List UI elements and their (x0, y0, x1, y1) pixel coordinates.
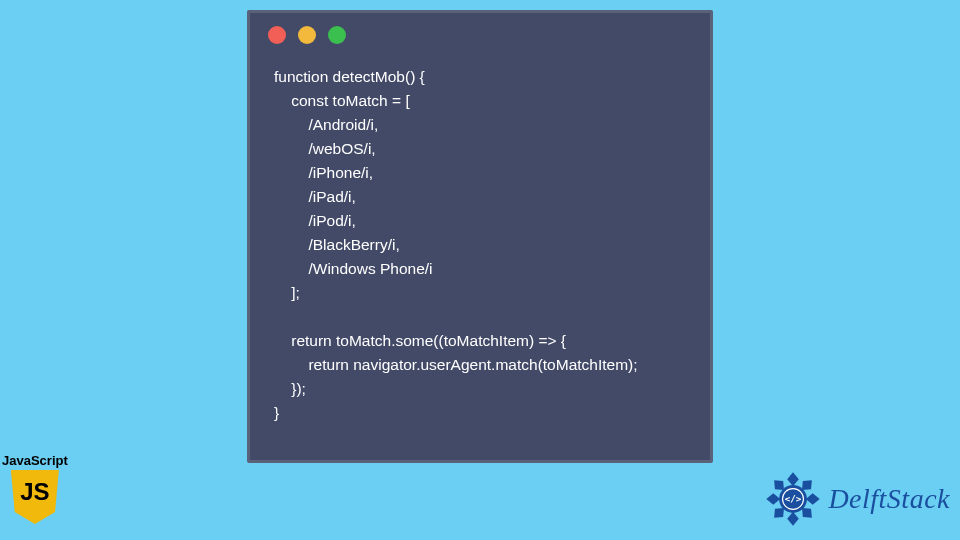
svg-marker-2 (806, 493, 820, 505)
window-titlebar (250, 13, 710, 57)
delftstack-text: DelftStack (828, 483, 950, 515)
maximize-icon[interactable] (328, 26, 346, 44)
minimize-icon[interactable] (298, 26, 316, 44)
code-window: function detectMob() { const toMatch = [… (247, 10, 713, 463)
svg-text:</>: </> (785, 493, 802, 504)
delftstack-emblem-icon: </> (764, 470, 822, 528)
svg-marker-4 (788, 512, 800, 526)
close-icon[interactable] (268, 26, 286, 44)
code-body: function detectMob() { const toMatch = [… (250, 57, 710, 425)
javascript-label: JavaScript (2, 453, 68, 468)
javascript-shield-icon: JS (11, 470, 59, 524)
javascript-badge: JavaScript JS (2, 453, 68, 524)
svg-marker-0 (788, 472, 800, 486)
javascript-shield-text: JS (11, 480, 59, 504)
delftstack-logo: </> DelftStack (764, 470, 950, 528)
svg-marker-6 (767, 493, 781, 505)
